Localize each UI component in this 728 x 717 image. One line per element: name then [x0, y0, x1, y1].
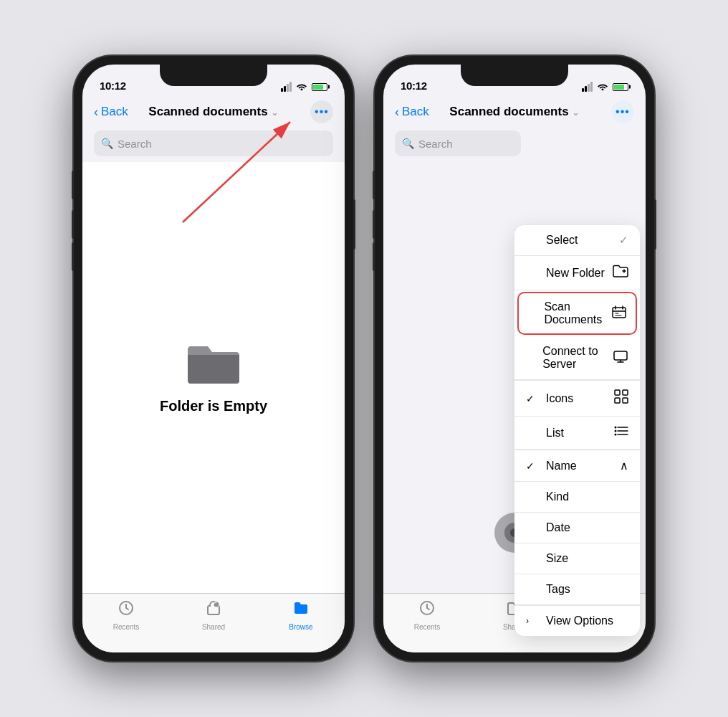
signal-icon-right [582, 82, 593, 92]
phone-screen-left: 10:12 ‹ Ba [82, 65, 345, 652]
kind-label: Kind [546, 490, 569, 503]
svg-point-14 [615, 427, 617, 429]
tab-browse-left[interactable]: Browse [257, 599, 345, 631]
search-bar-left[interactable]: 🔍 Search [94, 130, 333, 156]
menu-item-kind[interactable]: Kind [514, 482, 640, 513]
size-label: Size [546, 552, 568, 565]
menu-item-scan-documents[interactable]: Scan Documents [517, 292, 637, 335]
menu-item-tags[interactable]: Tags [514, 574, 640, 605]
nav-title-left: Scanned documents ⌄ [148, 105, 278, 119]
signal-icon-left [281, 82, 292, 92]
new-folder-label: New Folder [546, 267, 605, 280]
connect-server-label: Connect to Server [542, 345, 613, 371]
main-bg-right: Select ✓ New Folder [383, 162, 646, 593]
shared-icon-left [205, 599, 222, 621]
name-sort-icon: ∧ [620, 459, 628, 473]
recents-icon-right [418, 599, 436, 621]
page-title-left: Scanned documents [148, 105, 267, 119]
check-name: ✓ [526, 460, 540, 472]
browse-label-left: Browse [289, 623, 312, 631]
back-button-right[interactable]: ‹ Back [395, 105, 429, 120]
phone-right: 10:12 ‹ Ba [375, 56, 654, 661]
status-icons-right [582, 82, 628, 92]
select-icon: ✓ [619, 234, 628, 247]
battery-icon-right [613, 83, 628, 91]
view-options-label: View Options [546, 614, 613, 627]
annotation-arrow [140, 162, 340, 237]
status-icons-left [281, 82, 327, 92]
ellipsis-icon-right: ••• [616, 105, 630, 118]
menu-item-new-folder[interactable]: New Folder [514, 256, 640, 290]
menu-item-select[interactable]: Select ✓ [514, 225, 640, 256]
back-label-right[interactable]: Back [402, 105, 429, 119]
wifi-icon-right [597, 82, 608, 92]
icons-label: Icons [546, 392, 573, 405]
select-label: Select [546, 234, 578, 247]
status-time-right: 10:12 [401, 80, 427, 92]
scan-documents-icon [611, 305, 627, 322]
name-label: Name [546, 460, 577, 473]
tab-recents-right[interactable]: Recents [383, 599, 471, 631]
svg-rect-6 [614, 351, 627, 360]
tab-shared-left[interactable]: Shared [170, 599, 257, 631]
search-bar-right[interactable]: 🔍 Search [395, 130, 521, 156]
folder-empty-icon [185, 341, 242, 386]
main-content-left: Folder is Empty [82, 162, 345, 593]
svg-line-1 [183, 162, 290, 222]
chevron-left-icon: ‹ [94, 105, 98, 120]
svg-rect-5 [613, 308, 626, 318]
svg-point-16 [615, 434, 617, 436]
notch-left [160, 65, 267, 86]
recents-label-right: Recents [414, 623, 441, 631]
scan-documents-label: Scan Documents [544, 300, 611, 326]
menu-item-list[interactable]: List [514, 417, 640, 450]
context-menu: Select ✓ New Folder [514, 225, 640, 636]
back-button-left[interactable]: ‹ Back [94, 105, 128, 120]
new-folder-icon [613, 265, 628, 281]
phone-screen-right: 10:12 ‹ Ba [383, 65, 646, 652]
svg-rect-7 [615, 390, 620, 395]
more-button-right[interactable]: ••• [611, 100, 634, 123]
svg-rect-10 [623, 398, 628, 403]
list-label: List [546, 427, 564, 440]
tags-label: Tags [546, 583, 570, 596]
title-chevron-icon-right[interactable]: ⌄ [572, 107, 580, 118]
menu-item-connect-server[interactable]: Connect to Server [514, 336, 640, 380]
menu-item-name[interactable]: ✓ Name ∧ [514, 450, 640, 482]
check-view-options: › [526, 616, 540, 626]
chevron-left-icon-right: ‹ [395, 105, 399, 120]
tab-recents-left[interactable]: Recents [82, 599, 170, 631]
browse-icon-left [292, 599, 310, 621]
ellipsis-icon-left: ••• [315, 105, 329, 118]
battery-icon-left [312, 83, 327, 91]
status-time-left: 10:12 [100, 80, 126, 92]
menu-item-size[interactable]: Size [514, 543, 640, 574]
page-title-right: Scanned documents [449, 105, 568, 119]
svg-rect-8 [623, 390, 628, 395]
wifi-icon-left [296, 82, 307, 92]
menu-item-date[interactable]: Date [514, 513, 640, 543]
empty-folder-label: Folder is Empty [160, 398, 267, 414]
recents-icon-left [118, 599, 135, 621]
tab-bar-left: Recents Shared [82, 593, 345, 652]
menu-item-view-options[interactable]: › View Options [514, 606, 640, 636]
connect-server-icon [613, 350, 628, 366]
back-label-left[interactable]: Back [101, 105, 128, 119]
icons-view-icon [614, 389, 628, 407]
list-view-icon [614, 425, 628, 440]
shared-label-left: Shared [202, 623, 225, 631]
nav-bar-left: ‹ Back Scanned documents ⌄ ••• [82, 96, 345, 128]
notch-right [461, 65, 568, 86]
search-placeholder-right: Search [418, 138, 453, 150]
more-button-left[interactable]: ••• [310, 100, 333, 123]
check-icons: ✓ [526, 393, 540, 404]
title-chevron-icon-left[interactable]: ⌄ [271, 107, 279, 118]
search-icon-left: 🔍 [101, 138, 113, 149]
svg-rect-9 [615, 398, 620, 403]
search-placeholder-left: Search [118, 138, 152, 150]
nav-bar-right: ‹ Back Scanned documents ⌄ ••• [383, 96, 646, 128]
nav-title-right: Scanned documents ⌄ [449, 105, 579, 119]
recents-label-left: Recents [113, 623, 140, 631]
menu-item-icons[interactable]: ✓ Icons [514, 381, 640, 417]
svg-point-15 [615, 430, 617, 432]
